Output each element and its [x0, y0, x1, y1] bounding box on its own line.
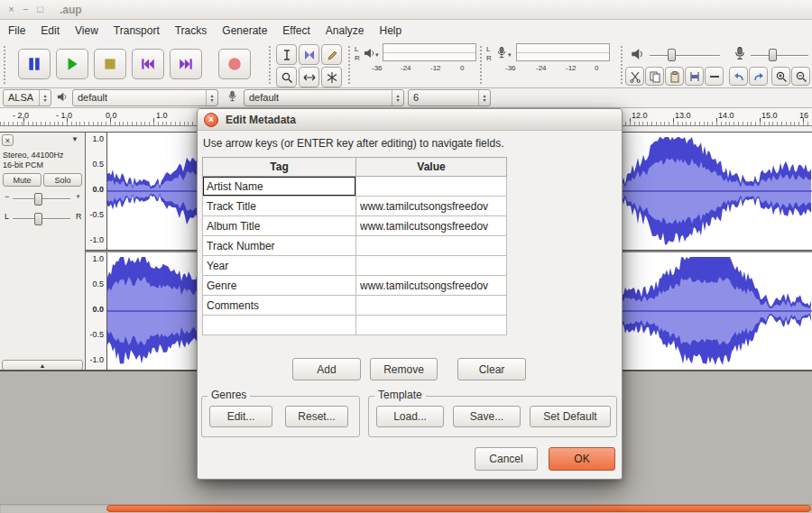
combo-spinner-icon[interactable]: ▴▾	[206, 90, 217, 105]
table-row: Comments	[203, 296, 507, 316]
draw-tool-button[interactable]	[321, 44, 342, 65]
template-save-button[interactable]: Save...	[453, 406, 521, 427]
window-close-icon[interactable]: ×	[5, 3, 18, 16]
recording-meter-scale: -24	[536, 64, 547, 72]
value-cell[interactable]	[356, 316, 507, 335]
paste-button[interactable]	[665, 67, 684, 86]
recording-meter-dropdown-icon[interactable]: ▾	[508, 51, 512, 59]
multi-tool-button[interactable]	[321, 67, 342, 87]
recording-device-combo[interactable]: default ▴▾	[244, 89, 404, 106]
undo-button[interactable]	[729, 67, 748, 86]
output-volume-slider[interactable]	[650, 55, 720, 57]
playback-meter-dropdown-icon[interactable]: ▾	[375, 51, 379, 59]
menu-analyze[interactable]: Analyze	[326, 24, 364, 37]
input-volume-slider-thumb[interactable]	[769, 49, 777, 61]
redo-button[interactable]	[749, 67, 768, 86]
table-row: Artist Name	[203, 177, 507, 197]
menu-effect[interactable]: Effect	[282, 24, 309, 37]
tag-cell[interactable]: Track Number	[203, 236, 356, 256]
playback-meter[interactable]	[383, 43, 476, 61]
template-set-default-button[interactable]: Set Default	[530, 406, 611, 427]
value-cell[interactable]	[356, 236, 507, 256]
menu-view[interactable]: View	[75, 24, 98, 37]
record-button[interactable]	[218, 49, 251, 79]
recording-meter[interactable]	[516, 43, 610, 61]
cancel-button[interactable]: Cancel	[475, 447, 538, 471]
horizontal-scrollbar-thumb[interactable]	[106, 505, 811, 512]
tag-cell[interactable]: Artist Name	[203, 177, 356, 197]
tag-cell[interactable]: Album Title	[203, 216, 356, 236]
tag-cell[interactable]: Genre	[203, 276, 356, 296]
clear-button[interactable]: Clear	[457, 358, 526, 380]
remove-button[interactable]: Remove	[370, 358, 438, 380]
output-volume-slider-thumb[interactable]	[668, 49, 676, 61]
trim-audio-button[interactable]	[685, 67, 704, 86]
genres-edit-button[interactable]: Edit...	[209, 406, 272, 427]
value-cell[interactable]	[356, 256, 507, 276]
stop-button[interactable]	[94, 49, 126, 79]
audio-host-combo[interactable]: ALSA ▴▾	[3, 89, 51, 106]
pan-slider-thumb[interactable]	[34, 213, 42, 225]
selection-tool-button[interactable]	[276, 44, 297, 65]
solo-button[interactable]: Solo	[43, 173, 82, 187]
pause-button[interactable]	[18, 49, 51, 79]
copy-button[interactable]	[645, 67, 664, 86]
genres-reset-button[interactable]: Reset...	[285, 406, 348, 427]
track-close-button[interactable]: ×	[2, 134, 14, 146]
dialog-close-button[interactable]: ×	[204, 113, 218, 127]
playback-meter-speaker-icon[interactable]	[363, 47, 375, 60]
menu-transport[interactable]: Transport	[114, 24, 160, 37]
gain-slider-thumb[interactable]	[34, 193, 42, 206]
horizontal-scrollbar[interactable]	[0, 504, 812, 513]
meter-toolbar-grip[interactable]	[348, 46, 351, 84]
fast-forward-button[interactable]	[170, 49, 202, 79]
zoom-out-button[interactable]	[791, 67, 810, 86]
tag-cell[interactable]	[203, 316, 356, 335]
vertical-ruler-channel-1[interactable]: 1.0 0.5 0.0 -0.5 -1.0	[86, 133, 107, 250]
window-maximize-icon[interactable]: □	[33, 3, 47, 16]
value-cell[interactable]: www.tamilcutsongsfreedov	[356, 197, 507, 216]
recording-channels-combo[interactable]: 6 ▴▾	[408, 89, 491, 106]
cut-button[interactable]	[625, 67, 644, 86]
combo-spinner-icon[interactable]: ▴▾	[39, 90, 51, 105]
envelope-tool-button[interactable]	[299, 44, 319, 65]
menu-generate[interactable]: Generate	[222, 24, 267, 37]
tools-toolbar-grip[interactable]	[269, 46, 272, 84]
tag-cell[interactable]: Track Title	[203, 197, 356, 216]
ok-button[interactable]: OK	[549, 447, 615, 471]
track-menu-icon[interactable]: ▼	[71, 135, 78, 143]
value-cell[interactable]: www.tamilcutsongsfreedov	[356, 276, 507, 296]
value-column-header: Value	[356, 158, 507, 177]
window-minimize-icon[interactable]: −	[19, 3, 32, 16]
menu-help[interactable]: Help	[380, 24, 402, 37]
combo-spinner-icon[interactable]: ▴▾	[392, 90, 403, 105]
menu-file[interactable]: File	[8, 24, 25, 37]
mixer-toolbar-grip[interactable]	[621, 46, 623, 84]
template-load-button[interactable]: Load...	[376, 406, 444, 427]
tag-cell[interactable]: Year	[203, 256, 356, 276]
tag-cell[interactable]: Comments	[203, 296, 356, 316]
playback-device-combo[interactable]: default ▴▾	[72, 89, 218, 106]
play-button[interactable]	[56, 49, 88, 79]
rewind-button[interactable]	[132, 49, 164, 79]
timeshift-tool-button[interactable]	[299, 67, 319, 87]
window-titlebar[interactable]: × − □ .aup	[0, 0, 812, 20]
mute-button[interactable]: Mute	[3, 173, 42, 187]
meter2-toolbar-grip[interactable]	[480, 46, 483, 84]
value-cell[interactable]: www.tamilcutsongsfreedov	[356, 216, 507, 236]
dialog-titlebar[interactable]: × Edit Metadata	[198, 109, 622, 131]
silence-audio-button[interactable]	[705, 67, 724, 86]
track-title-bar[interactable]	[15, 134, 69, 146]
zoom-in-button[interactable]	[771, 67, 790, 86]
zoom-tool-button[interactable]	[276, 67, 297, 87]
combo-spinner-icon[interactable]: ▴▾	[478, 90, 490, 105]
value-cell[interactable]	[356, 177, 507, 197]
vertical-ruler-channel-2[interactable]: 1.0 0.5 0.0 -0.5 -1.0	[86, 252, 107, 370]
value-cell[interactable]	[356, 296, 507, 316]
transport-toolbar-grip[interactable]	[4, 46, 6, 84]
menu-tracks[interactable]: Tracks	[175, 24, 208, 37]
add-button[interactable]: Add	[292, 358, 361, 380]
recording-meter-mic-icon[interactable]	[495, 46, 508, 59]
menu-edit[interactable]: Edit	[41, 24, 60, 37]
input-volume-slider[interactable]	[751, 55, 808, 57]
